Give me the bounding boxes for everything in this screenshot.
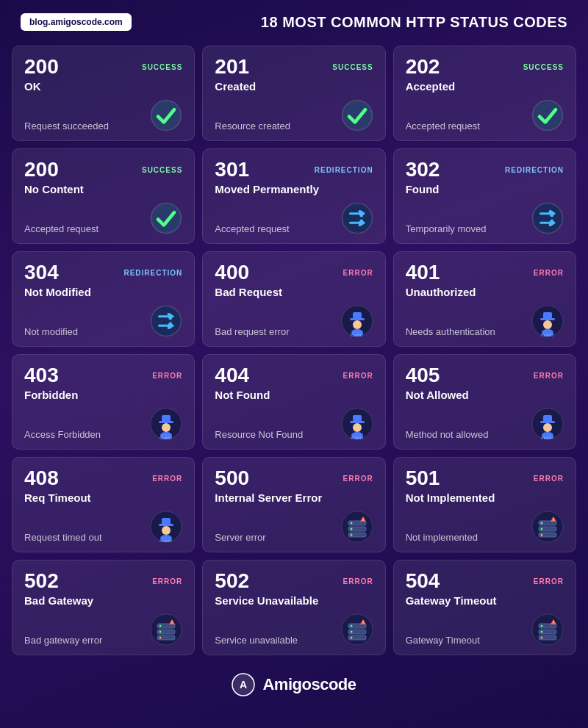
card-header: 200 SUCCESS — [24, 57, 182, 77]
svg-point-49 — [350, 534, 352, 536]
card-501-not-implemented: 501 ERROR Not Implemented Not implemente… — [393, 457, 576, 552]
card-footer: Bad gateway error ! — [24, 613, 182, 646]
card-footer: Accepted request — [406, 99, 564, 131]
status-icon: CLIENT — [341, 305, 373, 337]
card-footer: Temporarily moved — [406, 202, 564, 234]
status-type: ERROR — [534, 267, 564, 278]
status-name: Service Unavailable — [215, 594, 373, 607]
status-name: Req Timeout — [24, 491, 182, 504]
card-401-unauthorized: 401 ERROR Unauthorized Needs authenticat… — [393, 251, 576, 347]
status-type: ERROR — [343, 267, 373, 278]
status-code: 502 — [24, 571, 59, 591]
card-footer: Resource Not Found CLIENT — [215, 408, 373, 440]
brand-icon: A — [232, 673, 255, 696]
card-502-service-unavailable: 502 ERROR Service Unavailable Service un… — [202, 560, 385, 655]
status-code: 304 — [24, 262, 59, 283]
status-desc: Temporarily moved — [406, 223, 487, 234]
status-desc: Accepted request — [406, 120, 480, 131]
status-icon: CLIENT — [531, 408, 564, 440]
status-name: Found — [406, 183, 564, 195]
card-footer: Request succeeded — [24, 99, 182, 131]
svg-point-34 — [543, 423, 552, 432]
card-header: 502 ERROR — [24, 571, 182, 591]
status-type: REDIRECTION — [315, 165, 373, 176]
svg-rect-15 — [543, 312, 552, 319]
svg-point-47 — [350, 522, 352, 525]
page-title: 18 MOST COMMON HTTP STATUS CODES — [146, 14, 567, 31]
status-icon — [150, 305, 182, 337]
svg-text:CLIENT: CLIENT — [541, 334, 554, 337]
card-header: 405 ERROR — [406, 365, 564, 386]
status-name: OK — [24, 80, 182, 93]
svg-point-66 — [159, 631, 162, 633]
status-type: ERROR — [534, 576, 564, 587]
status-type: SUCCESS — [142, 165, 182, 176]
card-footer: Needs authentication CLIENT — [406, 305, 564, 337]
status-name: Unauthorized — [406, 286, 564, 298]
status-name: Accepted — [406, 80, 564, 93]
svg-point-67 — [159, 637, 162, 639]
svg-point-3 — [151, 203, 182, 234]
card-502-bad-gateway: 502 ERROR Bad Gateway Bad gateway error … — [12, 560, 195, 655]
card-footer: Accepted request — [215, 202, 373, 234]
status-icon: ! — [531, 613, 564, 646]
svg-point-1 — [342, 101, 372, 131]
status-code: 404 — [215, 365, 249, 386]
status-icon — [150, 202, 182, 234]
status-icon — [531, 202, 564, 234]
card-footer: Resource created — [215, 99, 373, 131]
status-code: 201 — [215, 57, 249, 77]
status-desc: Accepted request — [24, 223, 98, 234]
status-code: 502 — [215, 571, 249, 591]
status-code: 403 — [24, 365, 59, 386]
card-302-found: 302 REDIRECTION Found Temporarily moved — [393, 148, 576, 244]
svg-rect-27 — [353, 415, 362, 422]
card-405-not-allowed: 405 ERROR Not Allowed Method not allowed… — [393, 354, 576, 450]
status-code: 405 — [406, 365, 440, 386]
svg-point-85 — [540, 637, 542, 639]
card-408-req-timeout: 408 ERROR Req Timeout Request timed out … — [12, 457, 195, 552]
status-name: No Content — [24, 183, 182, 195]
status-name: Internal Server Error — [215, 491, 373, 504]
svg-text:CLIENT: CLIENT — [160, 539, 173, 543]
status-type: REDIRECTION — [123, 267, 182, 278]
card-header: 301 REDIRECTION — [215, 159, 373, 180]
svg-text:A: A — [240, 679, 247, 691]
card-header: 201 SUCCESS — [215, 57, 373, 77]
svg-point-83 — [540, 625, 542, 627]
status-code: 400 — [215, 262, 249, 283]
card-301-moved-permanently: 301 REDIRECTION Moved Permanently Accept… — [202, 148, 385, 244]
card-403-forbidden: 403 ERROR Forbidden Access Forbidden CLI… — [12, 354, 195, 450]
card-header: 404 ERROR — [215, 365, 373, 386]
status-type: ERROR — [343, 576, 373, 587]
card-footer: Request timed out CLIENT — [24, 511, 182, 543]
status-name: Not Allowed — [406, 389, 564, 401]
svg-text:CLIENT: CLIENT — [541, 436, 554, 440]
card-footer: Not modified — [24, 305, 182, 337]
status-name: Bad Request — [215, 286, 373, 298]
status-name: Not Found — [215, 389, 373, 401]
footer: A Amigoscode — [0, 663, 588, 710]
status-icon: CLIENT — [150, 408, 182, 440]
svg-point-40 — [162, 526, 171, 535]
card-header: 502 ERROR — [215, 571, 373, 591]
status-code: 501 — [406, 468, 440, 489]
status-name: Bad Gateway — [24, 594, 182, 607]
svg-point-74 — [350, 625, 352, 627]
status-code: 301 — [215, 159, 249, 180]
status-name: Moved Permanently — [215, 183, 373, 195]
status-desc: Resource created — [215, 120, 290, 131]
status-type: SUCCESS — [142, 62, 182, 73]
card-grid: 200 SUCCESS OK Request succeeded 201 SUC… — [0, 38, 588, 663]
card-footer: Bad request error CLIENT — [215, 305, 373, 337]
svg-text:CLIENT: CLIENT — [351, 334, 364, 337]
status-desc: Bad request error — [215, 326, 289, 337]
status-name: Not Implemented — [406, 491, 564, 504]
card-footer: Gateway Timeout ! — [406, 613, 564, 646]
card-header: 202 SUCCESS — [406, 57, 564, 77]
status-code: 302 — [406, 159, 440, 180]
card-500-internal-server-error: 500 ERROR Internal Server Error Server e… — [202, 457, 385, 552]
svg-rect-33 — [543, 415, 552, 422]
status-icon: ! — [341, 613, 373, 646]
card-footer: Not implemented ! — [406, 511, 564, 543]
